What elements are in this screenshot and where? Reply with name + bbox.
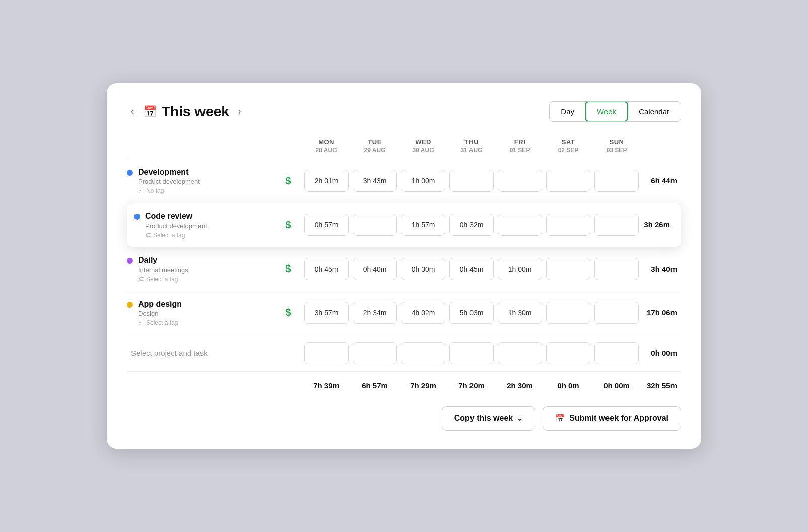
time-entry[interactable]	[546, 302, 590, 324]
time-entry[interactable]: 0h 45m	[449, 258, 494, 280]
task-time-cell-day0[interactable]: 0h 57m	[302, 203, 351, 247]
time-entry[interactable]	[594, 214, 639, 236]
select-project-time-day2[interactable]	[399, 335, 447, 372]
task-time-cell-day2[interactable]: 1h 57m	[399, 203, 447, 247]
task-time-cell-day3[interactable]	[447, 159, 496, 203]
time-entry[interactable]	[353, 214, 397, 236]
select-project-label[interactable]: Select project and task	[129, 349, 208, 357]
task-total: 3h 40m	[651, 264, 681, 273]
task-time-cell-day1[interactable]: 3h 43m	[351, 159, 399, 203]
task-billable-cell[interactable]: $	[282, 247, 302, 291]
tag-label: No tag	[146, 187, 164, 194]
week-view-button[interactable]: Week	[585, 101, 628, 122]
time-entry[interactable]: 1h 30m	[498, 302, 542, 324]
time-entry[interactable]	[449, 170, 494, 192]
select-project-time-day3[interactable]	[447, 335, 496, 372]
time-entry[interactable]: 1h 57m	[401, 214, 445, 236]
task-time-cell-day6[interactable]	[592, 291, 641, 335]
task-time-cell-day4[interactable]: 1h 30m	[496, 291, 544, 335]
task-billable-cell[interactable]: $	[282, 159, 302, 203]
time-entry[interactable]: 1h 00m	[498, 258, 542, 280]
task-row: Development Product development 🏷 No tag…	[127, 159, 681, 203]
task-tag[interactable]: 🏷 Select a tag	[138, 276, 188, 283]
tag-label: Select a tag	[146, 319, 178, 326]
task-time-cell-day3[interactable]: 0h 45m	[447, 247, 496, 291]
task-time-cell-day4[interactable]	[496, 159, 544, 203]
footer-grand-total: 32h 55m	[641, 372, 681, 392]
task-time-cell-day1[interactable]: 2h 34m	[351, 291, 399, 335]
select-time-entry[interactable]	[449, 342, 494, 364]
task-time-cell-day2[interactable]: 1h 00m	[399, 159, 447, 203]
select-time-entry[interactable]	[498, 342, 542, 364]
time-entry[interactable]	[546, 170, 590, 192]
time-entry[interactable]	[594, 302, 639, 324]
time-entry[interactable]: 0h 57m	[304, 214, 349, 236]
task-time-cell-day6[interactable]	[592, 203, 641, 247]
task-time-cell-day0[interactable]: 2h 01m	[302, 159, 351, 203]
select-project-time-day0[interactable]	[302, 335, 351, 372]
select-time-entry[interactable]	[594, 342, 639, 364]
footer-total-day3: 7h 20m	[447, 372, 496, 392]
time-entry[interactable]	[498, 214, 542, 236]
task-time-cell-day6[interactable]	[592, 159, 641, 203]
task-tag[interactable]: 🏷 Select a tag	[138, 319, 182, 326]
task-tag[interactable]: 🏷 No tag	[138, 187, 200, 194]
task-time-cell-day1[interactable]	[351, 203, 399, 247]
task-time-cell-day5[interactable]	[544, 247, 592, 291]
task-time-cell-day3[interactable]: 5h 03m	[447, 291, 496, 335]
task-time-cell-day0[interactable]: 0h 45m	[302, 247, 351, 291]
time-entry[interactable]	[546, 258, 590, 280]
task-time-cell-day5[interactable]	[544, 203, 592, 247]
select-project-label-cell[interactable]: Select project and task	[127, 335, 282, 372]
select-time-entry[interactable]	[401, 342, 445, 364]
thu-header: THU 31 AUG	[447, 138, 496, 159]
tag-label: Select a tag	[146, 276, 178, 283]
time-entry[interactable]: 1h 00m	[401, 170, 445, 192]
time-entry[interactable]	[546, 214, 590, 236]
task-time-cell-day2[interactable]: 4h 02m	[399, 291, 447, 335]
select-time-entry[interactable]	[546, 342, 590, 364]
next-week-button[interactable]: ›	[234, 104, 245, 119]
task-time-cell-day5[interactable]	[544, 159, 592, 203]
task-time-cell-day1[interactable]: 0h 40m	[351, 247, 399, 291]
time-entry[interactable]: 5h 03m	[449, 302, 494, 324]
task-time-cell-day2[interactable]: 0h 30m	[399, 247, 447, 291]
time-entry[interactable]: 2h 01m	[304, 170, 349, 192]
time-entry[interactable]: 0h 40m	[353, 258, 397, 280]
time-entry[interactable]: 3h 43m	[353, 170, 397, 192]
day-view-button[interactable]: Day	[550, 102, 585, 121]
time-entry[interactable]: 2h 34m	[353, 302, 397, 324]
calendar-icon: 📅	[143, 105, 157, 118]
task-time-cell-day5[interactable]	[544, 291, 592, 335]
task-time-cell-day0[interactable]: 3h 57m	[302, 291, 351, 335]
time-entry[interactable]: 4h 02m	[401, 302, 445, 324]
select-project-time-day1[interactable]	[351, 335, 399, 372]
wed-header: WED 30 AUG	[399, 138, 447, 159]
week-title: This week	[162, 104, 229, 120]
select-time-entry[interactable]	[304, 342, 349, 364]
select-time-entry[interactable]	[353, 342, 397, 364]
select-project-time-day5[interactable]	[544, 335, 592, 372]
task-time-cell-day4[interactable]	[496, 203, 544, 247]
copy-week-button[interactable]: Copy this week ⌄	[442, 406, 535, 431]
time-entry[interactable]: 3h 57m	[304, 302, 349, 324]
time-entry[interactable]	[498, 170, 542, 192]
submit-week-button[interactable]: 📅 Submit week for Approval	[543, 406, 681, 431]
select-project-time-day6[interactable]	[592, 335, 641, 372]
billable-icon: $	[282, 219, 294, 230]
task-tag[interactable]: 🏷 Select a tag	[145, 232, 207, 239]
time-entry[interactable]: 0h 32m	[449, 214, 494, 236]
time-entry[interactable]: 0h 30m	[401, 258, 445, 280]
time-entry[interactable]: 0h 45m	[304, 258, 349, 280]
task-billable-cell[interactable]: $	[282, 291, 302, 335]
task-time-cell-day3[interactable]: 0h 32m	[447, 203, 496, 247]
task-project: Internal meetings	[138, 266, 188, 274]
time-entry[interactable]	[594, 170, 639, 192]
time-entry[interactable]	[594, 258, 639, 280]
task-billable-cell[interactable]: $	[282, 203, 302, 247]
task-time-cell-day4[interactable]: 1h 00m	[496, 247, 544, 291]
task-time-cell-day6[interactable]	[592, 247, 641, 291]
select-project-time-day4[interactable]	[496, 335, 544, 372]
prev-week-button[interactable]: ‹	[127, 104, 138, 119]
calendar-view-button[interactable]: Calendar	[628, 102, 681, 121]
